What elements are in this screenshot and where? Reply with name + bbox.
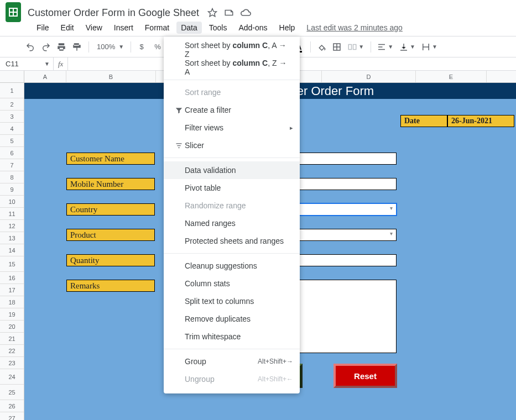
label-remarks[interactable]: Remarks (66, 280, 155, 292)
title-bar: Customer Order Form in Google Sheet (0, 0, 516, 21)
menu-cleanup-suggestions[interactable]: Cleanup suggestions (164, 257, 300, 275)
menu-sort-az[interactable]: Sort sheet by column C, A → Z (164, 41, 300, 59)
menu-ungroup: UngroupAlt+Shift+← (164, 370, 300, 388)
label-product[interactable]: Product (66, 229, 155, 241)
menu-trim-whitespace[interactable]: Trim whitespace (164, 328, 300, 345)
row-header[interactable]: 5 (0, 135, 24, 147)
row-header[interactable]: 14 (0, 244, 24, 256)
slicer-icon (173, 141, 185, 150)
reset-button[interactable]: Reset (333, 364, 397, 388)
row-header[interactable]: 15 (0, 256, 24, 272)
row-header[interactable]: 4 (0, 123, 24, 135)
menu-randomize-range: Randomize range (164, 197, 300, 214)
row-header[interactable]: 17 (0, 284, 24, 296)
print-icon[interactable] (54, 40, 69, 54)
menu-data-validation[interactable]: Data validation (164, 161, 300, 179)
menu-addons[interactable]: Add-ons (234, 22, 272, 34)
text-wrap-icon[interactable]: ▼ (419, 40, 440, 54)
date-value-cell[interactable]: 26-Jun-2021 (447, 115, 514, 127)
borders-icon[interactable] (330, 40, 344, 54)
menu-slicer[interactable]: Slicer (164, 136, 300, 154)
merge-cells-icon[interactable]: ▼ (345, 40, 366, 54)
last-edit-link[interactable]: Last edit was 2 minutes ago (306, 23, 403, 32)
star-icon[interactable] (207, 7, 218, 18)
menu-remove-duplicates[interactable]: Remove duplicates (164, 310, 300, 328)
row-header[interactable]: 16 (0, 272, 24, 284)
row-header[interactable]: 12 (0, 220, 24, 232)
row-header[interactable]: 1 (0, 83, 24, 98)
row-header[interactable]: 20 (0, 321, 24, 333)
redo-icon[interactable] (39, 40, 53, 54)
label-customer-name[interactable]: Customer Name (66, 153, 155, 165)
menu-format[interactable]: Format (140, 22, 174, 34)
menu-split-text[interactable]: Split text to columns (164, 292, 300, 310)
row-header[interactable]: 19 (0, 308, 24, 321)
fill-color-icon[interactable] (314, 40, 329, 54)
menu-view[interactable]: View (81, 22, 107, 34)
select-all-corner[interactable] (0, 71, 24, 82)
fx-label: fx (54, 60, 67, 69)
menu-insert[interactable]: Insert (110, 22, 138, 34)
menu-pivot-table[interactable]: Pivot table (164, 179, 300, 197)
label-quantity[interactable]: Quantity (66, 254, 155, 266)
row-header[interactable]: 26 (0, 400, 24, 412)
svg-rect-2 (349, 44, 352, 49)
paint-format-icon[interactable] (70, 40, 84, 54)
undo-icon[interactable] (23, 40, 38, 54)
menu-bar: File Edit View Insert Format Data Tools … (0, 21, 516, 36)
menu-protected-sheets[interactable]: Protected sheets and ranges (164, 232, 300, 250)
svg-marker-0 (209, 9, 217, 17)
menu-tools[interactable]: Tools (205, 22, 232, 34)
col-header-e[interactable]: E (416, 71, 487, 82)
name-box[interactable]: C11▼ (0, 60, 53, 68)
menu-named-ranges[interactable]: Named ranges (164, 214, 300, 232)
row-header[interactable]: 27 (0, 412, 24, 420)
row-header[interactable]: 11 (0, 208, 24, 220)
format-percent[interactable]: % (150, 40, 165, 54)
row-header[interactable]: 21 (0, 333, 24, 345)
row-header[interactable]: 24 (0, 369, 24, 385)
col-header-b[interactable]: B (66, 71, 156, 82)
row-header[interactable]: 2 (0, 98, 24, 111)
row-header[interactable]: 22 (0, 345, 24, 357)
menu-sort-range: Sort range (164, 83, 300, 101)
row-header[interactable]: 8 (0, 171, 24, 183)
menu-file[interactable]: File (32, 22, 54, 34)
label-mobile-number[interactable]: Mobile Number (66, 178, 155, 190)
menu-sort-za[interactable]: Sort sheet by column C, Z → A (164, 59, 300, 76)
row-headers: 1 2 3 4 5 6 7 8 9 10 11 12 13 14 15 16 1… (0, 83, 24, 420)
row-header[interactable]: 13 (0, 232, 24, 244)
menu-filter-views[interactable]: Filter views▸ (164, 119, 300, 136)
sheets-logo[interactable] (6, 2, 21, 22)
h-align-icon[interactable]: ▼ (374, 40, 395, 54)
data-menu-dropdown: Sort sheet by column C, A → Z Sort sheet… (164, 36, 300, 393)
row-header[interactable]: 18 (0, 296, 24, 308)
label-country[interactable]: Country (66, 203, 155, 216)
date-label-cell[interactable]: Date (400, 115, 447, 127)
row-header[interactable]: 25 (0, 385, 24, 400)
menu-group[interactable]: GroupAlt+Shift+→ (164, 353, 300, 370)
row-header[interactable]: 7 (0, 159, 24, 171)
cloud-status-icon[interactable] (240, 7, 251, 18)
menu-data[interactable]: Data (176, 22, 202, 34)
row-header[interactable]: 9 (0, 183, 24, 196)
row-header[interactable]: 10 (0, 196, 24, 208)
filter-icon (173, 106, 185, 114)
menu-create-filter[interactable]: Create a filter (164, 101, 300, 119)
format-currency[interactable]: $ (134, 40, 149, 54)
row-header[interactable]: 6 (0, 147, 24, 159)
v-align-icon[interactable]: ▼ (397, 40, 418, 54)
col-header-d[interactable]: D (322, 71, 416, 82)
menu-edit[interactable]: Edit (56, 22, 79, 34)
move-icon[interactable] (223, 7, 234, 18)
col-header-a[interactable]: A (24, 71, 66, 82)
document-title[interactable]: Customer Order Form in Google Sheet (28, 7, 199, 19)
svg-rect-3 (353, 44, 356, 49)
menu-column-stats[interactable]: Column stats (164, 275, 300, 292)
row-header[interactable]: 23 (0, 357, 24, 369)
menu-help[interactable]: Help (275, 22, 300, 34)
row-header[interactable]: 3 (0, 111, 24, 123)
zoom-select[interactable]: 100%▼ (92, 40, 126, 54)
